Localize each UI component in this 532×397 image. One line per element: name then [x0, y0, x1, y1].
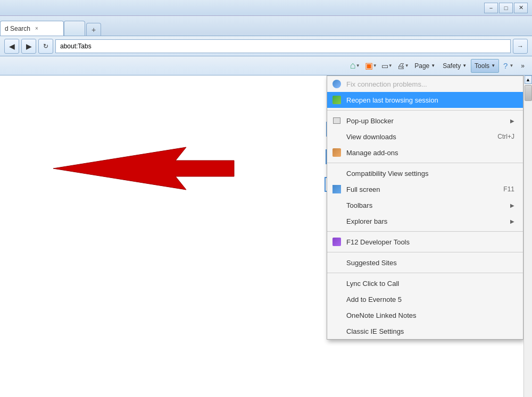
menu-item-toolbars[interactable]: Toolbars ▶	[327, 197, 523, 213]
classic-ie-label: Classic IE Settings	[346, 327, 514, 335]
read-button[interactable]: ▭ ▼	[379, 58, 394, 73]
back-button[interactable]: ◀	[4, 39, 19, 54]
lync-label: Lync Click to Call	[346, 280, 514, 288]
classic-ie-icon	[331, 326, 342, 336]
view-downloads-icon	[331, 131, 342, 142]
safety-label: Safety	[443, 62, 461, 70]
reopen-session-icon	[331, 95, 342, 105]
page-chevron-icon: ▼	[431, 63, 435, 68]
tab-label: d Search	[5, 25, 30, 32]
f12-icon	[331, 236, 342, 247]
toolbars-arrow-icon: ▶	[510, 202, 514, 208]
menu-item-f12-tools[interactable]: F12 Developer Tools	[327, 234, 523, 250]
menu-item-fix-connection[interactable]: Fix connection problems...	[327, 76, 523, 92]
tools-menu-button[interactable]: Tools ▼	[471, 59, 499, 73]
help-icon: ?	[503, 61, 508, 70]
explorer-bars-icon	[331, 216, 342, 226]
manage-addons-label: Manage add-ons	[346, 149, 514, 157]
tab-bar: d Search × +	[0, 16, 532, 36]
toolbars-label: Toolbars	[346, 201, 506, 209]
tab-close-button[interactable]: ×	[34, 25, 40, 32]
fix-connection-icon	[331, 79, 342, 89]
minimize-button[interactable]: −	[484, 3, 498, 13]
close-button[interactable]: ✕	[514, 3, 528, 13]
view-downloads-label: View downloads	[346, 133, 493, 141]
title-bar: − □ ✕	[0, 0, 532, 16]
menu-item-lync[interactable]: Lync Click to Call	[327, 275, 523, 291]
onenote-label: OneNote Linked Notes	[346, 311, 514, 319]
menu-item-popup-blocker[interactable]: Pop-up Blocker ▶	[327, 113, 523, 129]
active-tab[interactable]: d Search ×	[0, 21, 64, 36]
manage-addons-icon	[331, 147, 342, 158]
more-icon: »	[521, 62, 525, 70]
tools-chevron-icon: ▼	[491, 63, 495, 68]
view-downloads-shortcut: Ctrl+J	[497, 133, 514, 140]
page-label: Page	[414, 62, 429, 70]
separator-3	[327, 231, 523, 232]
scroll-thumb[interactable]	[525, 85, 532, 101]
tools-dropdown-menu: Fix connection problems... Reopen last b…	[327, 75, 523, 340]
full-screen-icon	[331, 184, 342, 195]
menu-item-suggested-sites[interactable]: Suggested Sites	[327, 255, 523, 271]
go-button[interactable]: →	[513, 39, 528, 54]
evernote-icon	[331, 294, 342, 305]
safety-chevron-icon: ▼	[462, 63, 467, 68]
safety-menu-button[interactable]: Safety ▼	[439, 59, 470, 73]
home-icon: ⌂	[350, 60, 356, 71]
blank-tab[interactable]	[64, 21, 85, 36]
help-dropdown-arrow[interactable]: ▼	[509, 63, 513, 68]
help-button[interactable]: ? ▼	[500, 59, 517, 73]
home-button[interactable]: ⌂ ▼	[347, 58, 362, 73]
page-content: To do Type t Put ex Type d want:	[0, 75, 523, 397]
print-icon: 🖨	[397, 61, 405, 70]
maximize-button[interactable]: □	[499, 3, 513, 13]
content-area: To do Type t Put ex Type d want:	[0, 75, 532, 397]
explorer-bars-label: Explorer bars	[346, 217, 506, 225]
new-tab-button[interactable]: +	[86, 23, 101, 36]
forward-button[interactable]: ▶	[21, 39, 36, 54]
read-dropdown-arrow[interactable]: ▼	[388, 63, 393, 68]
menu-item-onenote[interactable]: OneNote Linked Notes	[327, 307, 523, 323]
menu-item-manage-addons[interactable]: Manage add-ons	[327, 145, 523, 161]
menu-item-reopen-session[interactable]: Reopen last browsing session	[327, 92, 523, 108]
read-icon: ▭	[381, 62, 388, 70]
tools-label: Tools	[475, 62, 489, 70]
suggested-sites-label: Suggested Sites	[346, 259, 514, 267]
full-screen-shortcut: F11	[503, 185, 514, 193]
toolbars-icon	[331, 200, 342, 210]
menu-item-full-screen[interactable]: Full screen F11	[327, 181, 523, 197]
more-button[interactable]: »	[518, 59, 528, 73]
explorer-bars-arrow-icon: ▶	[510, 218, 514, 224]
separator-2	[327, 163, 523, 163]
window-controls: − □ ✕	[484, 3, 528, 13]
scroll-up-button[interactable]: ▲	[525, 75, 532, 84]
onenote-icon	[331, 310, 342, 320]
refresh-button[interactable]: ↻	[38, 39, 53, 54]
evernote-label: Add to Evernote 5	[346, 295, 514, 303]
print-button[interactable]: 🖨 ▼	[395, 58, 410, 73]
popup-blocker-label: Pop-up Blocker	[346, 117, 506, 125]
menu-item-explorer-bars[interactable]: Explorer bars ▶	[327, 213, 523, 229]
lync-icon	[331, 278, 342, 289]
separator-4	[327, 252, 523, 252]
address-bar-area: ◀ ▶ ↻ →	[0, 36, 532, 56]
popup-blocker-arrow-icon: ▶	[510, 118, 514, 124]
address-input[interactable]	[55, 39, 511, 53]
toolbar-area: ⌂ ▼ ▣ ▼ ▭ ▼ 🖨 ▼ Page ▼ Safety ▼ Tools ▼ …	[0, 56, 532, 75]
menu-item-evernote[interactable]: Add to Evernote 5	[327, 291, 523, 307]
scrollbar[interactable]: ▲	[523, 75, 532, 397]
page-menu-button[interactable]: Page ▼	[411, 59, 438, 73]
separator-1	[327, 110, 523, 111]
compatibility-view-label: Compatibility View settings	[346, 170, 514, 178]
reopen-session-label: Reopen last browsing session	[346, 96, 514, 104]
f12-tools-label: F12 Developer Tools	[346, 238, 514, 246]
menu-item-classic-ie[interactable]: Classic IE Settings	[327, 323, 523, 339]
print-dropdown-arrow[interactable]: ▼	[405, 63, 409, 68]
feed-dropdown-arrow[interactable]: ▼	[373, 63, 377, 68]
menu-item-compatibility-view[interactable]: Compatibility View settings	[327, 165, 523, 181]
compatibility-icon	[331, 168, 342, 179]
home-dropdown-arrow[interactable]: ▼	[356, 63, 360, 68]
feed-icon: ▣	[365, 61, 373, 71]
feed-button[interactable]: ▣ ▼	[363, 58, 378, 73]
menu-item-view-downloads[interactable]: View downloads Ctrl+J	[327, 129, 523, 145]
